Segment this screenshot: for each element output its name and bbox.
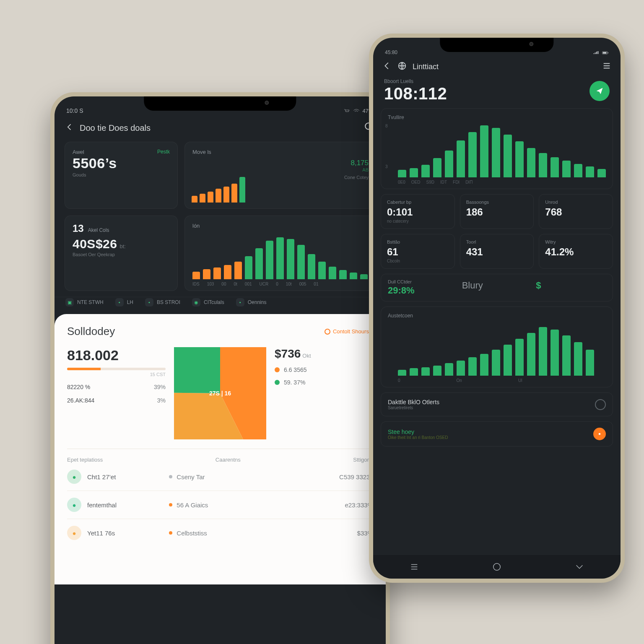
metric-card[interactable]: Toorl431 bbox=[460, 234, 534, 269]
notch bbox=[440, 38, 553, 52]
tab-menu[interactable] bbox=[404, 559, 424, 574]
menu-icon bbox=[602, 61, 611, 70]
metric-row-2: Bsttão61CbcolnToorl431Witry41.2% bbox=[373, 229, 621, 269]
send-icon bbox=[595, 87, 604, 95]
metric-cell[interactable]: Dull CCtder29:8% bbox=[388, 279, 458, 296]
hero-metric: Bboort Luells 108:112 bbox=[373, 77, 621, 103]
page-header: Linttiact bbox=[373, 57, 621, 77]
page-title: Linttiact bbox=[413, 62, 439, 71]
status-icons bbox=[593, 50, 609, 55]
chip-row: ▣NTE STWH•LH•BS STROI◉CITculals•Oennins bbox=[55, 297, 386, 312]
metric-row-1: Cabertur bp0:101no cateceryBassoongs186U… bbox=[373, 189, 621, 229]
fab-button[interactable] bbox=[589, 81, 610, 101]
secondary-bar-chart bbox=[398, 321, 606, 376]
info1-sub: Saruetretirets bbox=[388, 405, 439, 410]
card-move[interactable]: Move ls 8,175 AB Cone Cotey bbox=[184, 142, 376, 209]
secondary-panel[interactable]: Austetcoen 0OnUl bbox=[381, 306, 613, 387]
metric-cell[interactable]: $ bbox=[536, 279, 606, 296]
ring-button[interactable] bbox=[595, 399, 606, 410]
card-move-val-b: AB bbox=[344, 167, 369, 172]
globe-icon bbox=[397, 61, 407, 73]
chevron-left-icon bbox=[382, 61, 392, 70]
svg-point-9 bbox=[599, 433, 601, 435]
sheet-link-label: Contolt Shoursts bbox=[333, 328, 373, 335]
transaction-list: ●Cht1 27’etCseny TarC539 3323s●fentemtha… bbox=[67, 463, 373, 547]
hero-label: Bboort Luells bbox=[384, 78, 447, 84]
kpi2-small-label: Akel Cols bbox=[88, 227, 109, 233]
info2-sub: Oike theit lnt an ri Banton OSED bbox=[388, 435, 448, 440]
kpi-main-value: 5506’s bbox=[73, 155, 170, 171]
svg-rect-6 bbox=[603, 52, 607, 54]
kpi-main-sub-a: Awel bbox=[73, 149, 84, 155]
tab-bar bbox=[373, 554, 621, 579]
kpi-card-main[interactable]: Awel Pestk 5506’s Gouds bbox=[65, 142, 178, 209]
legend-item: 6.6 3565 bbox=[275, 366, 373, 373]
tab-home[interactable] bbox=[487, 559, 507, 574]
phone-right-frame: 45:80 Linttiact Bboort Luells 108:112 bbox=[369, 34, 625, 583]
timeline-panel[interactable]: Tvullire 83 0E0OEDS9DIDTFDIDIП bbox=[381, 108, 613, 189]
info1-label: Dakttle BklO Otlerts bbox=[388, 399, 439, 405]
info-row-1[interactable]: Dakttle BklO Otlerts Saruetretirets bbox=[381, 392, 613, 416]
metric-card[interactable]: Witry41.2% bbox=[539, 234, 613, 269]
metric-card[interactable]: Bassoongs186 bbox=[460, 194, 534, 229]
phone-left-frame: 10:0 S 47°Z Doo tie Does doals Awel bbox=[50, 92, 390, 644]
chip-4[interactable]: •Oennins bbox=[236, 298, 267, 306]
dot-button[interactable] bbox=[593, 428, 606, 440]
mini-bar-chart bbox=[192, 173, 245, 203]
metric-card[interactable]: Cabertur bp0:101no catecery bbox=[381, 194, 455, 229]
kpi-card-second[interactable]: 13 Akel Cols 40S$26 bt: Basoet Oer Qeekr… bbox=[65, 216, 178, 291]
list-item[interactable]: ●Cht1 27’etCseny TarC539 3323s bbox=[67, 463, 373, 491]
back-button[interactable] bbox=[65, 123, 74, 133]
wide-bar-chart bbox=[192, 233, 368, 279]
kpi-main-sub-b: Pestk bbox=[157, 149, 170, 155]
card-move-label: Move ls bbox=[192, 149, 211, 155]
chip-2[interactable]: •BS STROI bbox=[145, 298, 180, 306]
list-item[interactable]: ●Yet11 76sCelbststiss$33% bbox=[67, 519, 373, 547]
menu-icon bbox=[409, 562, 420, 571]
chip-0[interactable]: ▣NTE STWH bbox=[65, 298, 104, 306]
list-item[interactable]: ●fentemthal56 A Giaicse23:333% bbox=[67, 491, 373, 519]
card-wide[interactable]: lón IDS103000t001UCR010t00501 bbox=[184, 216, 376, 291]
ring-icon bbox=[325, 329, 330, 335]
sheet-right-hero: $736Okt bbox=[275, 347, 373, 361]
metric-cell[interactable]: Blury bbox=[462, 279, 532, 296]
chevron-left-icon bbox=[65, 123, 74, 131]
dot-icon bbox=[597, 431, 602, 437]
metric-card[interactable]: Bsttão61Cbcoln bbox=[381, 234, 455, 269]
card-wide-label: lón bbox=[192, 223, 200, 229]
tab-down[interactable] bbox=[569, 559, 589, 574]
status-time: 45:80 bbox=[385, 49, 397, 55]
info-row-2[interactable]: Stee hoey Oike theit lnt an ri Banton OS… bbox=[381, 421, 613, 447]
x-ticks-2: 0OnUl bbox=[398, 378, 606, 383]
menu-button[interactable] bbox=[602, 61, 611, 73]
legend-item: 59. 37% bbox=[275, 379, 373, 386]
sheet-columns-header: Epet teplatiossCaarentnsSttigon1 bbox=[67, 449, 373, 463]
bottom-sheet: Solldodey Contolt Shoursts 818.002 15 CS… bbox=[55, 314, 386, 584]
kpi2-small: 13 bbox=[73, 223, 84, 234]
chip-3[interactable]: ◉CITculals bbox=[192, 298, 224, 306]
chip-1[interactable]: •LH bbox=[115, 298, 133, 306]
notch bbox=[144, 96, 296, 111]
wifi-icon bbox=[353, 109, 360, 114]
back-button[interactable] bbox=[382, 61, 392, 73]
chevron-down-icon bbox=[574, 562, 585, 571]
progress-bar bbox=[67, 368, 166, 370]
metric-card[interactable]: Unrod768 bbox=[539, 194, 613, 229]
progress-caption: 15 CST bbox=[67, 372, 166, 377]
circle-icon bbox=[491, 562, 502, 571]
cart-icon bbox=[344, 109, 351, 114]
svg-point-10 bbox=[493, 563, 501, 570]
info2-label: Stee hoey bbox=[388, 428, 448, 435]
y-ticks: 83 bbox=[385, 124, 388, 169]
hero-value: 108:112 bbox=[384, 84, 447, 103]
signal-icon bbox=[593, 50, 600, 55]
panel-label: Tvullire bbox=[388, 114, 606, 120]
timeline-bar-chart bbox=[398, 123, 606, 177]
panel2-label: Austetcoen bbox=[388, 313, 606, 319]
sheet-hero: 818.002 bbox=[67, 347, 166, 364]
kpi-main-label: Gouds bbox=[73, 172, 170, 177]
sheet-link[interactable]: Contolt Shoursts bbox=[325, 328, 373, 335]
card-move-sub: Cone Cotey bbox=[344, 175, 369, 180]
wide-bar-axis: IDS103000t001UCR010t00501 bbox=[192, 282, 368, 286]
x-ticks: 0E0OEDS9DIDTFDIDIП bbox=[398, 180, 606, 184]
